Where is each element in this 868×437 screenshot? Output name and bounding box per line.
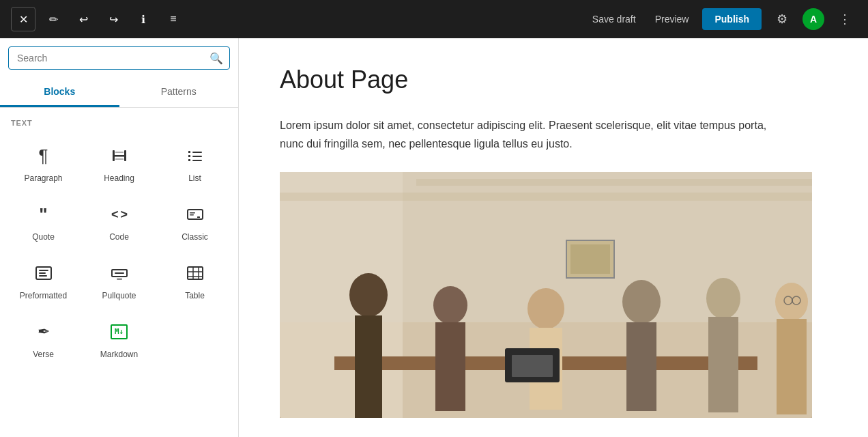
block-markdown[interactable]: M↓ Markdown: [81, 309, 157, 367]
svg-rect-44: [708, 317, 738, 412]
block-verse[interactable]: ✒ Verse: [5, 309, 81, 367]
svg-point-41: [622, 280, 661, 324]
close-button[interactable]: ✕: [11, 7, 35, 31]
svg-rect-12: [190, 212, 195, 214]
block-quote-label: Quote: [32, 232, 55, 242]
svg-rect-50: [570, 244, 610, 274]
svg-rect-16: [39, 270, 48, 271]
svg-rect-36: [435, 322, 465, 411]
svg-rect-4: [115, 158, 124, 160]
svg-rect-42: [626, 322, 656, 411]
markdown-icon: M↓: [107, 320, 132, 344]
avatar-initial: A: [810, 14, 817, 25]
svg-point-37: [527, 288, 564, 329]
block-pullquote-label: Pullquote: [102, 291, 136, 300]
undo-icon: ↩: [79, 13, 88, 26]
topbar-left: ✕ ✏ ↩ ↪ ℹ ≡: [11, 7, 186, 31]
publish-button[interactable]: Publish: [702, 8, 762, 30]
svg-rect-13: [190, 214, 194, 216]
block-quote[interactable]: " Quote: [5, 191, 81, 250]
code-icon: < >: [107, 202, 132, 227]
quote-icon: ": [31, 202, 56, 227]
tab-blocks[interactable]: Blocks: [0, 78, 119, 107]
svg-rect-20: [115, 272, 124, 274]
blocks-grid: ¶ Paragraph Heading: [0, 132, 238, 367]
search-input[interactable]: [8, 46, 230, 70]
block-list[interactable]: List: [157, 132, 233, 191]
block-markdown-label: Markdown: [100, 350, 138, 359]
tab-patterns[interactable]: Patterns: [119, 78, 239, 107]
svg-rect-34: [355, 315, 382, 418]
more-icon: ⋮: [839, 12, 851, 27]
save-draft-button[interactable]: Save draft: [587, 10, 641, 29]
block-pullquote[interactable]: Pullquote: [81, 250, 157, 309]
image-placeholder: [280, 172, 812, 418]
block-heading[interactable]: Heading: [81, 132, 157, 191]
draw-icon: ✏: [49, 13, 58, 26]
close-icon: ✕: [19, 13, 28, 26]
list-icon: [183, 143, 207, 168]
block-list-label: List: [188, 173, 201, 183]
topbar: ✕ ✏ ↩ ↪ ℹ ≡ Save draft Preview Publish ⚙…: [0, 0, 868, 38]
tabs-bar: Blocks Patterns: [0, 78, 238, 108]
svg-rect-9: [188, 159, 190, 161]
svg-rect-18: [39, 275, 47, 277]
page-title[interactable]: About Page: [280, 66, 827, 94]
preview-button[interactable]: Preview: [650, 10, 695, 29]
settings-button[interactable]: ⚙: [770, 7, 794, 31]
block-table[interactable]: Table: [157, 250, 233, 309]
paragraph-icon: ¶: [31, 143, 56, 168]
info-button[interactable]: ℹ: [131, 7, 156, 31]
block-paragraph[interactable]: ¶ Paragraph: [5, 132, 81, 191]
undo-button[interactable]: ↩: [71, 7, 96, 31]
block-table-label: Table: [185, 291, 205, 300]
svg-rect-22: [188, 267, 203, 279]
svg-rect-6: [192, 152, 202, 153]
block-paragraph-label: Paragraph: [24, 173, 62, 183]
page-image[interactable]: [280, 172, 812, 418]
block-heading-label: Heading: [104, 173, 134, 183]
info-icon: ℹ: [141, 13, 145, 26]
svg-rect-30: [280, 193, 812, 201]
sidebar: 🔍 Blocks Patterns TEXT ¶ Paragraph: [0, 38, 239, 437]
block-preformatted[interactable]: Preformatted: [5, 250, 81, 309]
draw-button[interactable]: ✏: [41, 7, 66, 31]
svg-point-33: [349, 273, 388, 317]
svg-rect-10: [192, 160, 202, 161]
redo-button[interactable]: ↪: [101, 7, 126, 31]
redo-icon: ↪: [109, 13, 118, 26]
heading-icon: [107, 143, 132, 168]
svg-rect-46: [777, 319, 807, 414]
main-layout: 🔍 Blocks Patterns TEXT ¶ Paragraph: [0, 38, 868, 437]
section-label-text: TEXT: [0, 108, 238, 132]
gear-icon: ⚙: [777, 12, 787, 27]
block-verse-label: Verse: [33, 350, 54, 359]
block-code[interactable]: < > Code: [81, 191, 157, 250]
svg-rect-5: [188, 151, 190, 153]
svg-rect-8: [192, 156, 202, 157]
editor-area: About Page Lorem ipsum dolor sit amet, c…: [239, 38, 868, 437]
svg-rect-14: [197, 216, 200, 218]
verse-icon: ✒: [31, 320, 56, 344]
pullquote-icon: [107, 261, 132, 285]
svg-rect-7: [188, 155, 190, 157]
block-preformatted-label: Preformatted: [20, 291, 67, 300]
svg-rect-3: [115, 152, 124, 153]
table-icon: [183, 261, 207, 285]
search-box: 🔍: [8, 46, 230, 70]
list-view-icon: ≡: [170, 13, 176, 25]
svg-point-35: [433, 286, 467, 324]
avatar[interactable]: A: [802, 8, 824, 30]
more-options-button[interactable]: ⋮: [833, 7, 857, 31]
list-view-button[interactable]: ≡: [161, 7, 186, 31]
block-code-label: Code: [109, 232, 129, 242]
svg-rect-31: [416, 179, 812, 186]
svg-rect-17: [39, 272, 46, 274]
svg-rect-11: [188, 210, 203, 219]
svg-rect-21: [117, 279, 122, 280]
preformatted-icon: [31, 261, 56, 285]
topbar-right: Save draft Preview Publish ⚙ A ⋮: [587, 7, 857, 31]
page-body-text[interactable]: Lorem ipsum dolor sit amet, consectetur …: [280, 116, 785, 153]
block-classic[interactable]: Classic: [157, 191, 233, 250]
svg-rect-2: [124, 150, 126, 161]
